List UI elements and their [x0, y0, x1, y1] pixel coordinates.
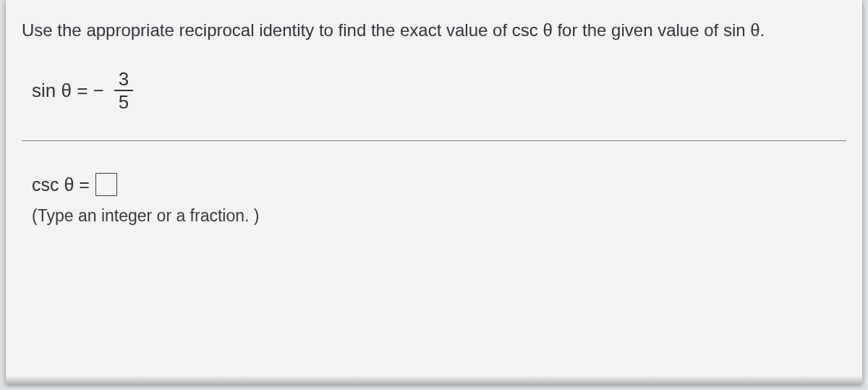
fraction-numerator: 3: [114, 69, 133, 90]
answer-hint: (Type an integer or a fraction. ): [22, 206, 846, 226]
divider: [22, 140, 846, 141]
answer-line: csc θ =: [22, 173, 846, 196]
decorative-shadow: [6, 376, 862, 384]
answer-input[interactable]: [95, 173, 117, 196]
question-prompt: Use the appropriate reciprocal identity …: [22, 19, 846, 42]
given-lhs: sin θ = −: [32, 80, 104, 102]
given-fraction: 3 5: [114, 69, 133, 111]
given-equation: sin θ = − 3 5: [22, 69, 846, 111]
fraction-denominator: 5: [114, 91, 133, 111]
answer-lhs: csc θ =: [32, 174, 90, 195]
question-card: Use the appropriate reciprocal identity …: [6, 0, 862, 384]
